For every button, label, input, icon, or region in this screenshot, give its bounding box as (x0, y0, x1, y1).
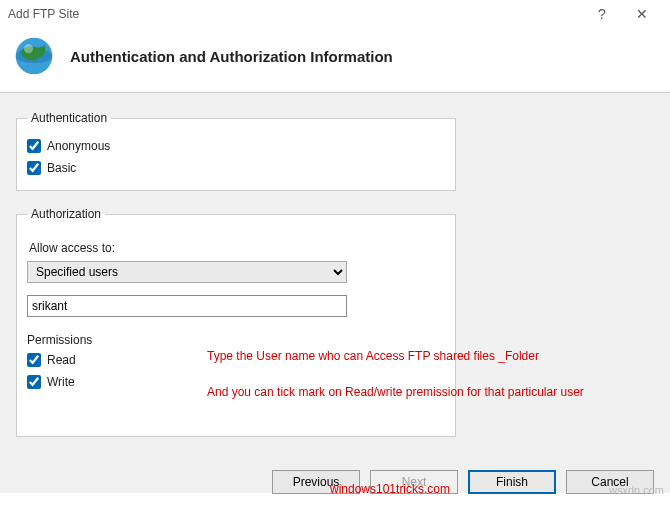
close-button[interactable]: ✕ (622, 6, 662, 22)
authentication-group: Authentication Anonymous Basic (16, 111, 456, 191)
allow-access-label: Allow access to: (29, 241, 445, 255)
write-label: Write (47, 375, 75, 389)
window-title: Add FTP Site (8, 7, 582, 21)
anonymous-checkbox[interactable] (27, 139, 41, 153)
anonymous-label: Anonymous (47, 139, 110, 153)
wizard-header: Authentication and Authorization Informa… (0, 28, 670, 93)
titlebar: Add FTP Site ? ✕ (0, 0, 670, 28)
content-area: Authentication Anonymous Basic Authoriza… (0, 93, 670, 493)
write-checkbox[interactable] (27, 375, 41, 389)
username-input[interactable] (27, 295, 347, 317)
allow-access-select[interactable]: Specified users (27, 261, 347, 283)
basic-checkbox[interactable] (27, 161, 41, 175)
authorization-group: Authorization Allow access to: Specified… (16, 207, 456, 437)
svg-point-2 (24, 44, 33, 53)
authentication-legend: Authentication (27, 111, 111, 125)
annotation-permissions: And you can tick mark on Read/write prem… (207, 385, 584, 399)
basic-label: Basic (47, 161, 76, 175)
help-button[interactable]: ? (582, 6, 622, 22)
globe-icon (12, 34, 56, 78)
read-label: Read (47, 353, 76, 367)
authorization-legend: Authorization (27, 207, 105, 221)
permissions-label: Permissions (27, 333, 445, 347)
watermark-source1: windows101tricks.com (330, 482, 450, 496)
read-checkbox[interactable] (27, 353, 41, 367)
annotation-username: Type the User name who can Access FTP sh… (207, 349, 539, 363)
watermark-source2: wsxdn.com (609, 484, 664, 496)
finish-button[interactable]: Finish (468, 470, 556, 494)
page-title: Authentication and Authorization Informa… (70, 48, 393, 65)
